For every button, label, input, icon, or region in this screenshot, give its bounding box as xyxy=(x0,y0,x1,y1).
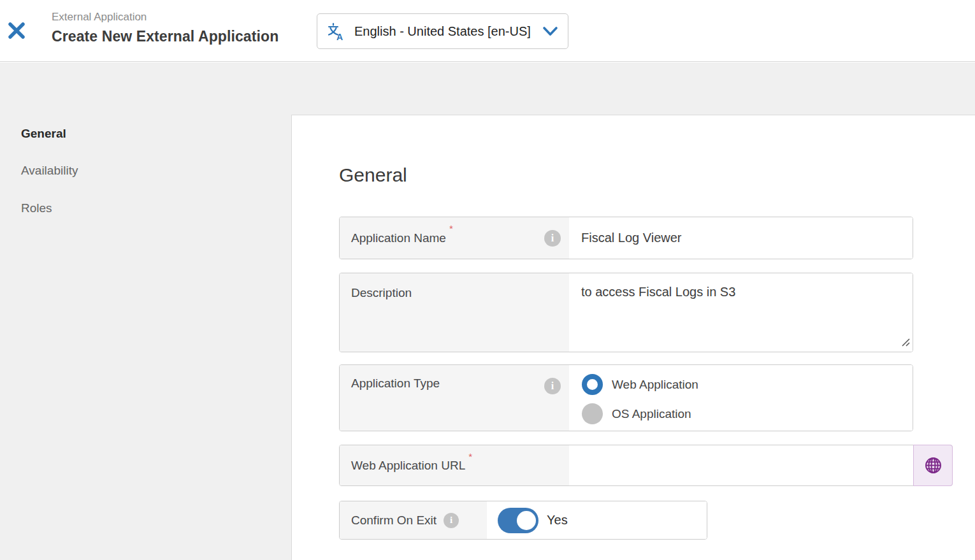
field-application-name: Application Name * i Fiscal Log Viewer xyxy=(339,217,913,259)
radio-unselected-icon[interactable] xyxy=(582,403,603,424)
info-icon[interactable]: i xyxy=(444,513,459,528)
globe-icon xyxy=(923,455,944,476)
page: External Application Create New External… xyxy=(0,0,975,560)
description-label: Description xyxy=(340,273,569,352)
close-button[interactable] xyxy=(6,20,27,41)
confirm-on-exit-label: Confirm On Exit i xyxy=(340,501,487,539)
info-icon[interactable]: i xyxy=(544,378,561,394)
info-icon[interactable]: i xyxy=(544,230,561,247)
label-text: Web Application URL xyxy=(351,459,465,473)
web-application-url-input[interactable] xyxy=(569,445,913,485)
form-panel: General Application Name * i Fiscal Log … xyxy=(291,115,975,560)
application-name-input[interactable]: Fiscal Log Viewer xyxy=(569,217,913,259)
application-type-options: Web Application OS Application xyxy=(569,365,913,431)
content-area: General Availability Roles General Appli… xyxy=(0,62,975,560)
label-text: Application Type xyxy=(351,377,440,391)
close-icon xyxy=(7,21,26,40)
application-type-label: Application Type i xyxy=(340,365,569,431)
field-confirm-on-exit: Confirm On Exit i Yes xyxy=(339,501,707,540)
toggle-knob xyxy=(517,511,536,530)
radio-option-web-application[interactable]: Web Application xyxy=(582,374,698,395)
confirm-on-exit-toggle[interactable] xyxy=(498,508,538,533)
description-textarea[interactable]: to access Fiscal Logs in S3 xyxy=(569,273,913,352)
confirm-on-exit-control: Yes xyxy=(487,501,707,539)
chevron-down-icon xyxy=(542,26,558,37)
radio-label: Web Application xyxy=(612,378,698,392)
required-asterisk: * xyxy=(449,223,453,234)
radio-option-os-application[interactable]: OS Application xyxy=(582,403,691,424)
label-text: Description xyxy=(351,286,412,300)
sidebar-item-availability[interactable]: Availability xyxy=(21,163,78,178)
web-application-url-label: Web Application URL * xyxy=(340,445,569,485)
radio-label: OS Application xyxy=(612,407,691,421)
label-text: Application Name xyxy=(351,231,446,245)
sidebar-item-roles[interactable]: Roles xyxy=(21,201,52,216)
radio-selected-icon[interactable] xyxy=(582,374,603,395)
translate-icon: A xyxy=(327,22,346,41)
language-selector[interactable]: A English - United States [en-US] xyxy=(317,13,568,49)
page-subtitle: External Application xyxy=(52,10,278,24)
svg-text:A: A xyxy=(336,32,343,41)
title-block: External Application Create New External… xyxy=(52,10,278,46)
open-url-button[interactable] xyxy=(913,445,953,486)
label-text: Confirm On Exit xyxy=(351,513,437,528)
resize-handle-icon[interactable] xyxy=(901,338,911,350)
page-title: Create New External Application xyxy=(52,27,278,46)
field-web-application-url: Web Application URL * xyxy=(339,445,953,486)
field-description: Description to access Fiscal Logs in S3 xyxy=(339,273,913,352)
sidebar-item-general[interactable]: General xyxy=(21,126,66,141)
section-heading: General xyxy=(339,162,407,188)
language-selected-value: English - United States [en-US] xyxy=(354,24,531,39)
application-name-label: Application Name * i xyxy=(340,217,569,259)
field-application-type: Application Type i Web Application OS Ap… xyxy=(339,364,913,431)
toggle-state-label: Yes xyxy=(547,513,568,528)
sidebar: General Availability Roles xyxy=(0,62,291,560)
required-asterisk: * xyxy=(468,451,472,462)
header: External Application Create New External… xyxy=(0,0,975,62)
